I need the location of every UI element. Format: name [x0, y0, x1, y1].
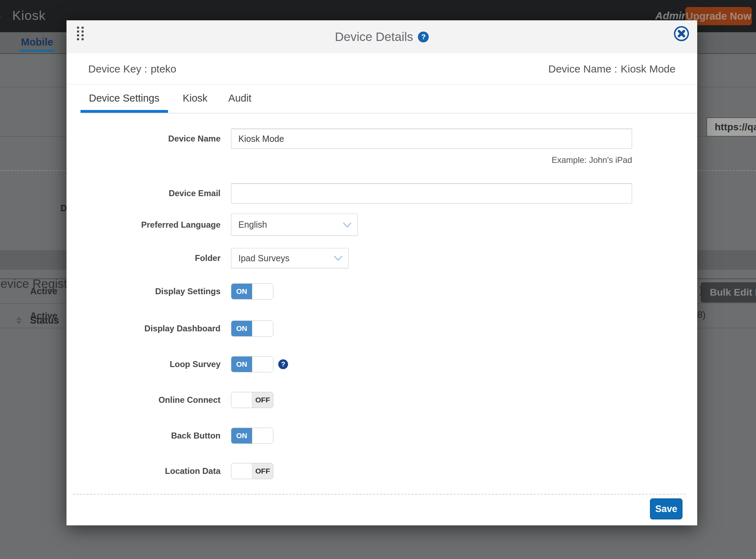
close-icon[interactable] [673, 26, 690, 42]
toggle-on-state: ON [231, 428, 252, 443]
toggle-knob [252, 357, 273, 372]
bg-url-input[interactable]: https://qa. [706, 117, 756, 137]
loop-survey-row: Loop Survey ON ? [66, 356, 697, 372]
tab-mobile[interactable]: Mobile [20, 36, 55, 52]
device-name: Device Name : Kiosk Mode [548, 53, 676, 85]
bg-row-fragment: 8) [697, 310, 706, 320]
bg-url-value: https://qa. [707, 118, 756, 136]
device-email-label: Device Email [66, 188, 220, 198]
device-key-label: Device Key : [88, 63, 147, 75]
sort-icon[interactable] [16, 317, 22, 324]
loop-survey-label: Loop Survey [66, 359, 220, 369]
bg-row-status: Active [30, 310, 57, 321]
modal-tabs: Device Settings Kiosk Audit [80, 85, 697, 113]
preferred-language-row: Preferred Language English [66, 214, 697, 236]
admin-link[interactable]: Admin [655, 10, 688, 22]
folder-value: Ipad Surveys [238, 253, 289, 263]
device-name-input[interactable] [231, 129, 632, 149]
back-button-row: Back Button ON [66, 428, 697, 444]
display-settings-toggle[interactable]: ON [231, 283, 273, 299]
footer-dashed-divider [73, 494, 686, 495]
chevron-down-icon [343, 222, 352, 228]
sort-up-arrow-icon [16, 317, 22, 320]
tab-audit[interactable]: Audit [228, 85, 251, 113]
back-button-toggle[interactable]: ON [231, 428, 273, 444]
device-email-input[interactable] [231, 183, 632, 203]
device-name-row: Device Name [66, 129, 697, 149]
loop-survey-help-icon[interactable]: ? [278, 359, 288, 369]
device-name-label: Device Name [66, 134, 220, 144]
chevron-down-icon [334, 255, 343, 261]
bulk-edit-devices-button[interactable]: Bulk Edit Devices [701, 282, 756, 303]
toggle-knob [231, 463, 252, 479]
bg-row-fragment: ) [699, 285, 702, 296]
folder-row: Folder Ipad Surveys [66, 248, 697, 268]
display-dashboard-row: Display Dashboard ON [66, 320, 697, 337]
save-button[interactable]: Save [650, 498, 682, 519]
toggle-off-state: OFF [252, 463, 273, 479]
device-key-value: pteko [150, 63, 176, 75]
toggle-on-state: ON [231, 321, 252, 336]
loop-survey-toggle[interactable]: ON [231, 356, 273, 372]
back-button-label: Back Button [66, 431, 220, 441]
folder-select[interactable]: Ipad Surveys [231, 248, 349, 268]
toggle-knob [252, 428, 273, 443]
modal-title: Device Details [335, 30, 413, 44]
page-title: Kiosk [12, 8, 46, 23]
display-dashboard-label: Display Dashboard [66, 324, 220, 333]
location-data-toggle[interactable]: OFF [231, 463, 273, 479]
page-root: › Kiosk Admin Upgrade Now Mobile Device … [0, 0, 756, 559]
toggle-knob [231, 392, 252, 408]
bg-row-status: Active [30, 286, 57, 297]
location-data-row: Location Data OFF [66, 463, 697, 479]
toggle-knob [252, 321, 273, 336]
device-name-header-label: Device Name : [548, 63, 617, 75]
modal-subheader: Device Key : pteko Device Name : Kiosk M… [66, 53, 697, 85]
help-icon[interactable]: ? [418, 32, 429, 42]
breadcrumb-chevron-icon: › [0, 8, 1, 23]
modal-body: Device Name Example: John's iPad Device … [66, 113, 697, 525]
online-connect-label: Online Connect [66, 395, 220, 405]
display-dashboard-toggle[interactable]: ON [231, 320, 273, 337]
tab-kiosk[interactable]: Kiosk [183, 85, 208, 113]
device-email-row: Device Email [66, 183, 697, 203]
location-data-label: Location Data [66, 466, 220, 476]
folder-label: Folder [66, 253, 220, 263]
display-settings-label: Display Settings [66, 287, 220, 296]
preferred-language-select[interactable]: English [231, 214, 358, 236]
modal-titlebar: Device Details ? [66, 20, 697, 53]
toggle-knob [252, 284, 273, 299]
device-name-header-value: Kiosk Mode [621, 63, 676, 75]
toggle-on-state: ON [231, 284, 252, 299]
tab-device-settings[interactable]: Device Settings [80, 85, 168, 113]
device-details-modal: Device Details ? Device Key : pteko Devi… [66, 20, 697, 525]
online-connect-toggle[interactable]: OFF [231, 392, 273, 408]
online-connect-row: Online Connect OFF [66, 392, 697, 408]
toggle-off-state: OFF [252, 392, 273, 408]
modal-title-wrap: Device Details ? [66, 20, 697, 53]
device-name-helper: Example: John's iPad [231, 155, 632, 165]
sort-down-arrow-icon [16, 321, 22, 324]
display-settings-row: Display Settings ON [66, 283, 697, 299]
device-key: Device Key : pteko [88, 53, 176, 85]
toggle-on-state: ON [231, 357, 252, 372]
preferred-language-label: Preferred Language [66, 220, 220, 230]
preferred-language-value: English [238, 220, 267, 230]
